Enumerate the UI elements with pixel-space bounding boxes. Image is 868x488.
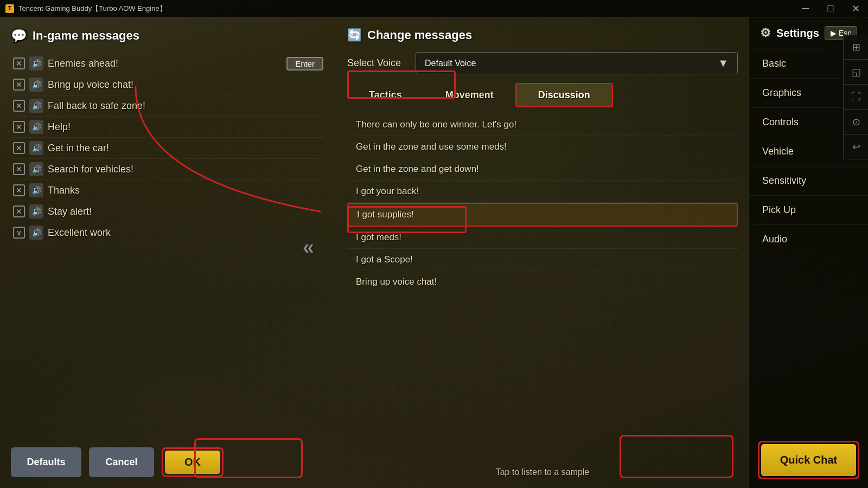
sound-button[interactable]: 🔊 — [29, 141, 43, 155]
remove-button[interactable]: ✕ — [13, 142, 25, 154]
list-item[interactable]: Get in the zone and use some meds! — [347, 136, 738, 158]
voice-value: Default Voice — [425, 59, 476, 68]
sidebar-icons: ⊞ ◱ ⛶ ⊙ ↩ — [843, 35, 868, 159]
nav-item-audio[interactable]: Audio — [749, 225, 868, 254]
center-panel-title: 🔄 Change messages — [347, 28, 738, 42]
message-row: ✕ 🔊 Enemies ahead! Enter — [11, 53, 326, 74]
message-icon: 💬 — [11, 28, 27, 43]
message-row: ✕ 🔊 Help! — [11, 117, 326, 138]
restore-button[interactable]: □ — [818, 0, 843, 17]
message-row: ✕ 🔊 Stay alert! — [11, 201, 326, 222]
sound-button[interactable]: 🔊 — [29, 56, 43, 70]
nav-item-pickup[interactable]: Pick Up — [749, 196, 868, 225]
message-row: ✕ 🔊 Bring up voice chat! — [11, 74, 326, 95]
left-panel-title: 💬 In-game messages — [11, 28, 326, 43]
list-item[interactable]: I got meds! — [347, 227, 738, 249]
quick-chat-area: Quick Chat — [749, 432, 868, 488]
sound-button[interactable]: 🔊 — [29, 204, 43, 219]
expand-button[interactable]: ∨ — [13, 227, 25, 239]
remove-button[interactable]: ✕ — [13, 79, 25, 91]
voice-label: Select Voice — [347, 57, 407, 69]
tap-listen-label: Tap to listen to a sample — [347, 467, 738, 477]
left-panel: 💬 In-game messages ✕ 🔊 Enemies ahead! En… — [0, 17, 336, 488]
settings-label: Settings — [776, 27, 819, 40]
tab-tactics[interactable]: Tactics — [347, 83, 424, 107]
titlebar: T Tencent Gaming Buddy【Turbo AOW Engine】… — [0, 0, 868, 17]
message-text: Get in the car! — [48, 143, 323, 154]
message-row: ✕ 🔊 Search for vehicles! — [11, 159, 326, 180]
quick-chat-wrapper: Quick Chat — [758, 441, 859, 479]
tab-discussion[interactable]: Discussion — [515, 83, 613, 107]
message-text: Excellent work — [48, 227, 323, 239]
list-item[interactable]: I got your back! — [347, 181, 738, 203]
message-row: ✕ 🔊 Thanks — [11, 180, 326, 201]
settings-icon: ⚙ — [760, 26, 771, 40]
sound-button[interactable]: 🔊 — [29, 78, 43, 92]
sidebar-icon-4[interactable]: ⊙ — [844, 110, 868, 134]
message-text: Bring up voice chat! — [48, 79, 323, 91]
message-text: Stay alert! — [48, 206, 323, 217]
close-button[interactable]: ✕ — [843, 0, 868, 17]
sidebar-icon-2[interactable]: ◱ — [844, 60, 868, 85]
sound-button[interactable]: 🔊 — [29, 226, 43, 240]
change-icon: 🔄 — [347, 28, 362, 42]
ok-button[interactable]: OK — [165, 451, 220, 474]
list-item[interactable]: Bring up voice chat! — [347, 271, 738, 293]
message-text: Enemies ahead! — [48, 58, 278, 69]
message-text: Thanks — [48, 185, 323, 196]
list-item-selected[interactable]: I got supplies! — [347, 203, 738, 227]
tab-movement[interactable]: Movement — [424, 83, 515, 107]
message-row: ✕ 🔊 Get in the car! — [11, 138, 326, 159]
cancel-button[interactable]: Cancel — [89, 447, 154, 477]
ok-button-wrapper: OK — [162, 447, 224, 477]
center-panel: 🔄 Change messages Select Voice Default V… — [336, 17, 749, 488]
sidebar-icon-1[interactable]: ⊞ — [844, 35, 868, 60]
sidebar-icon-5[interactable]: ↩ — [844, 134, 868, 159]
voice-dropdown[interactable]: Default Voice ▼ — [416, 52, 738, 74]
message-text: Search for vehicles! — [48, 164, 323, 175]
list-item[interactable]: There can only be one winner. Let's go! — [347, 114, 738, 136]
message-list: There can only be one winner. Let's go! … — [347, 114, 738, 461]
sound-button[interactable]: 🔊 — [29, 99, 43, 113]
dropdown-arrow-icon: ▼ — [718, 57, 729, 69]
main-container: 💬 In-game messages ✕ 🔊 Enemies ahead! En… — [0, 17, 868, 488]
app-title: Tencent Gaming Buddy【Turbo AOW Engine】 — [18, 4, 167, 14]
esc-arrow-icon: ▶ — [831, 29, 837, 37]
remove-button[interactable]: ✕ — [13, 100, 25, 112]
message-row: ✕ 🔊 Fall back to safe zone! — [11, 95, 326, 117]
message-row: ∨ 🔊 Excellent work — [11, 222, 326, 243]
category-tabs: Tactics Movement Discussion — [347, 83, 738, 107]
minimize-button[interactable]: ─ — [793, 0, 818, 17]
message-text: Fall back to safe zone! — [48, 100, 323, 112]
sound-button[interactable]: 🔊 — [29, 183, 43, 197]
voice-row: Select Voice Default Voice ▼ — [347, 52, 738, 74]
remove-button[interactable]: ✕ — [13, 121, 25, 133]
quick-chat-button[interactable]: Quick Chat — [761, 444, 856, 476]
enter-button[interactable]: Enter — [286, 57, 323, 70]
message-text: Help! — [48, 121, 323, 133]
list-item[interactable]: I got a Scope! — [347, 249, 738, 271]
list-item[interactable]: Get in the zone and get down! — [347, 158, 738, 181]
sidebar-icon-3[interactable]: ⛶ — [844, 85, 868, 110]
remove-button[interactable]: ✕ — [13, 184, 25, 196]
remove-button[interactable]: ✕ — [13, 163, 25, 175]
nav-item-sensitivity[interactable]: Sensitivity — [749, 166, 868, 196]
remove-button[interactable]: ✕ — [13, 206, 25, 217]
sound-button[interactable]: 🔊 — [29, 120, 43, 134]
defaults-button[interactable]: Defaults — [11, 447, 81, 477]
remove-button[interactable]: ✕ — [13, 57, 25, 69]
sound-button[interactable]: 🔊 — [29, 162, 43, 176]
app-icon: T — [5, 4, 14, 13]
